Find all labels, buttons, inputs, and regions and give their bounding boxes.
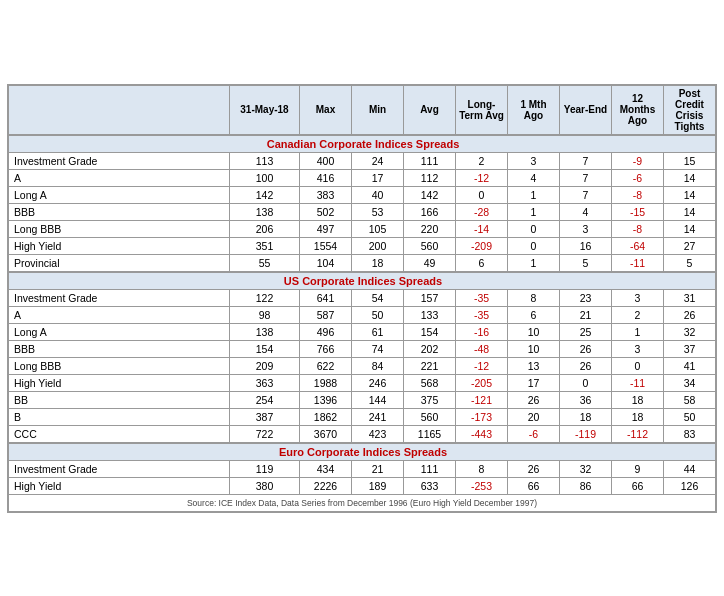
row-cell: 26 [560,357,612,374]
row-cell: -35 [456,289,508,306]
row-cell: -209 [456,237,508,254]
row-cell: 23 [560,289,612,306]
row-cell: 387 [230,408,300,425]
footer-text: Source: ICE Index Data, Data Series from… [9,494,716,511]
row-cell: 0 [612,357,664,374]
row-cell: 55 [230,254,300,272]
row-cell: 138 [230,323,300,340]
row-cell: -15 [612,203,664,220]
row-cell: 560 [404,237,456,254]
row-cell: 31 [664,289,716,306]
row-cell: 100 [230,169,300,186]
section-header-1: US Corporate Indices Spreads [9,272,716,290]
row-cell: 154 [404,323,456,340]
row-cell: 25 [560,323,612,340]
row-cell: 18 [352,254,404,272]
col-yearend-header: Year-End [560,85,612,135]
table-row: Investment Grade1194342111182632944 [9,460,716,477]
row-cell: 84 [352,357,404,374]
row-cell: 54 [352,289,404,306]
row-label: Investment Grade [9,152,230,169]
row-cell: 1 [508,186,560,203]
row-cell: 49 [404,254,456,272]
row-cell: -12 [456,169,508,186]
row-cell: 200 [352,237,404,254]
table-row: Long A14238340142017-814 [9,186,716,203]
row-label: Investment Grade [9,460,230,477]
row-cell: 13 [508,357,560,374]
row-cell: 10 [508,323,560,340]
row-cell: -112 [612,425,664,443]
table-header: 31-May-18 Max Min Avg Long-Term Avg 1 Mt… [9,85,716,135]
row-cell: 26 [508,460,560,477]
row-cell: 142 [230,186,300,203]
table-row: Provincial551041849615-115 [9,254,716,272]
row-cell: 1165 [404,425,456,443]
row-cell: 2 [456,152,508,169]
row-cell: 61 [352,323,404,340]
row-cell: 14 [664,203,716,220]
row-cell: 400 [300,152,352,169]
row-cell: 4 [508,169,560,186]
footer-row: Source: ICE Index Data, Data Series from… [9,494,716,511]
row-cell: 7 [560,169,612,186]
row-cell: 24 [352,152,404,169]
row-cell: 0 [456,186,508,203]
col-12mth-header: 12 Months Ago [612,85,664,135]
row-cell: 53 [352,203,404,220]
row-cell: 363 [230,374,300,391]
row-cell: 8 [508,289,560,306]
table-row: Long A13849661154-161025132 [9,323,716,340]
table-row: BB2541396144375-12126361858 [9,391,716,408]
row-cell: -8 [612,186,664,203]
row-cell: 568 [404,374,456,391]
row-cell: -8 [612,220,664,237]
row-cell: -253 [456,477,508,494]
row-cell: 66 [612,477,664,494]
row-cell: 423 [352,425,404,443]
row-cell: 220 [404,220,456,237]
row-label: High Yield [9,477,230,494]
table-row: A10041617112-1247-614 [9,169,716,186]
row-cell: 21 [352,460,404,477]
row-cell: 766 [300,340,352,357]
row-cell: -443 [456,425,508,443]
row-cell: 10 [508,340,560,357]
row-cell: 722 [230,425,300,443]
row-cell: 416 [300,169,352,186]
row-cell: 1 [508,254,560,272]
row-label: BBB [9,340,230,357]
row-cell: 144 [352,391,404,408]
row-cell: 3 [560,220,612,237]
row-cell: 2 [612,306,664,323]
row-cell: 20 [508,408,560,425]
row-cell: 74 [352,340,404,357]
row-cell: 1 [612,323,664,340]
row-label: Investment Grade [9,289,230,306]
row-cell: -119 [560,425,612,443]
table-row: Investment Grade12264154157-35823331 [9,289,716,306]
row-cell: 560 [404,408,456,425]
row-cell: -48 [456,340,508,357]
spreads-table: 31-May-18 Max Min Avg Long-Term Avg 1 Mt… [8,85,716,512]
row-cell: 434 [300,460,352,477]
row-cell: 32 [664,323,716,340]
row-cell: 26 [508,391,560,408]
row-cell: 209 [230,357,300,374]
section-header-0: Canadian Corporate Indices Spreads [9,135,716,153]
row-cell: 3 [508,152,560,169]
row-cell: 0 [508,237,560,254]
row-cell: -6 [508,425,560,443]
row-cell: 0 [508,220,560,237]
row-cell: -205 [456,374,508,391]
row-cell: 383 [300,186,352,203]
row-cell: 1862 [300,408,352,425]
row-cell: -14 [456,220,508,237]
row-cell: 9 [612,460,664,477]
row-cell: 133 [404,306,456,323]
row-cell: 633 [404,477,456,494]
table-row: CCC72236704231165-443-6-119-11283 [9,425,716,443]
row-cell: 26 [560,340,612,357]
table-row: High Yield3802226189633-253668666126 [9,477,716,494]
row-cell: 157 [404,289,456,306]
